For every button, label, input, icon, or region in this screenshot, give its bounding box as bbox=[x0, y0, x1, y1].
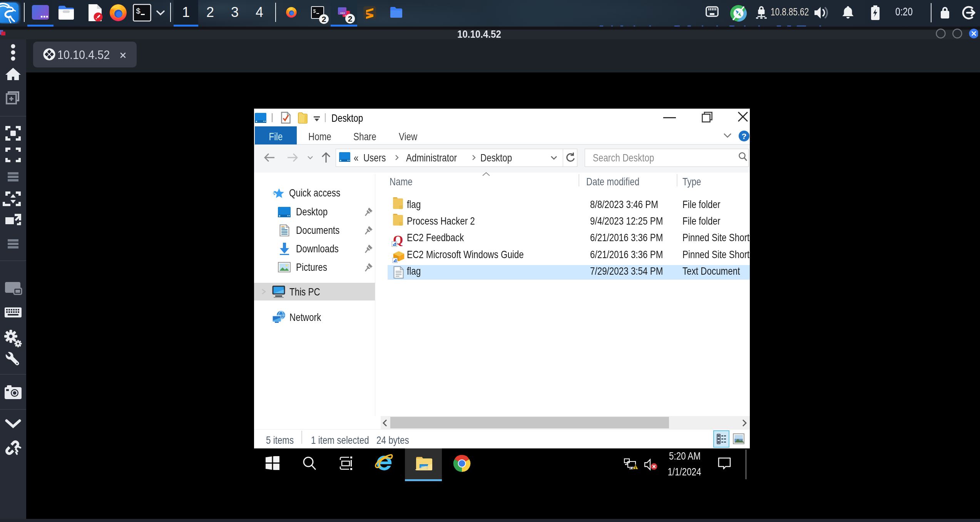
svg-text:$: $ bbox=[313, 8, 316, 14]
svg-text:?: ? bbox=[742, 132, 747, 141]
svg-text:$: $ bbox=[136, 7, 140, 16]
